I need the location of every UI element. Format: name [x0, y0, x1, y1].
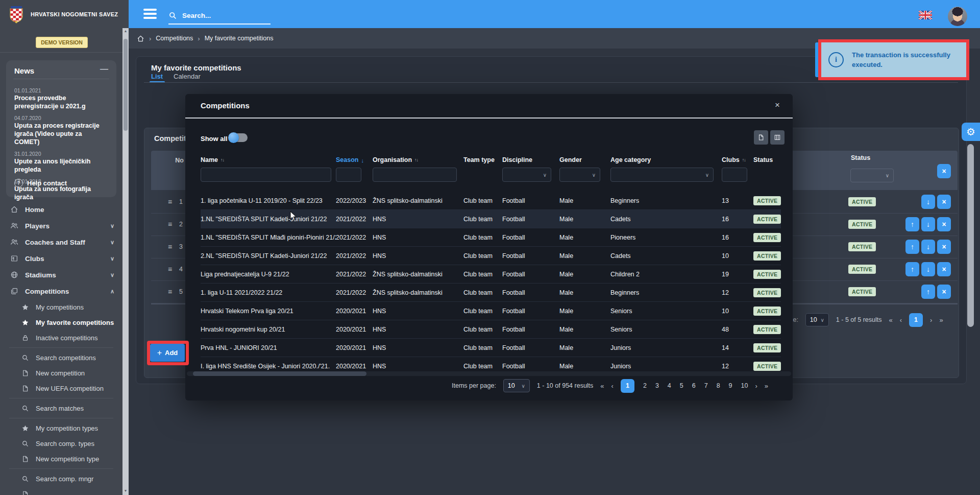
- sidebar-item-new-competition[interactable]: New competition: [0, 365, 122, 381]
- export-file-button[interactable]: [754, 130, 768, 145]
- move-up-button[interactable]: ↑: [905, 217, 919, 231]
- breadcrumb-item-competitions[interactable]: Competitions: [156, 35, 193, 42]
- competition-row[interactable]: Liga prednatjecatelja U-9 21/222021/2022…: [201, 265, 781, 284]
- settings-gear-icon[interactable]: ⚙: [962, 123, 980, 141]
- news-link[interactable]: Uputa za proces registracije igrača (Vid…: [14, 122, 108, 146]
- next-page-button[interactable]: ›: [930, 316, 932, 324]
- competition-row[interactable]: Prva HNL - JUNIORI 20/212020/2021HNSClub…: [201, 339, 781, 357]
- scrollbar-down-arrow-icon[interactable]: ▼: [123, 489, 128, 492]
- sidebar-item-clubs[interactable]: Clubs∨: [0, 250, 122, 267]
- news-link[interactable]: Uputa za unos fotografija igrača: [14, 185, 108, 201]
- tab-calendar[interactable]: Calendar: [174, 73, 201, 80]
- page-number[interactable]: 2: [643, 382, 647, 389]
- filter-input-organisation[interactable]: [373, 168, 457, 182]
- move-down-button[interactable]: ↓: [921, 240, 935, 254]
- move-up-button[interactable]: ↑: [905, 240, 919, 254]
- column-header-clubs[interactable]: Clubs↑↓: [722, 156, 753, 163]
- user-avatar[interactable]: [948, 7, 967, 26]
- drag-handle-icon[interactable]: ≡: [168, 288, 172, 296]
- remove-button[interactable]: ×: [937, 240, 951, 254]
- sidebar-item-competitions[interactable]: Competitions∧: [0, 283, 122, 299]
- drag-handle-icon[interactable]: ≡: [168, 243, 172, 251]
- filter-select-discipline[interactable]: ∨: [502, 168, 551, 182]
- collapse-news-icon[interactable]: —: [100, 64, 108, 74]
- column-header-name[interactable]: Name↑↓: [201, 156, 336, 163]
- filter-input-season[interactable]: [336, 168, 361, 182]
- sidebar-item-item[interactable]: [0, 486, 122, 495]
- sidebar-item-my-competition-types[interactable]: My competition types: [0, 420, 122, 436]
- column-settings-button[interactable]: [770, 130, 785, 145]
- drag-handle-icon[interactable]: ≡: [168, 198, 172, 206]
- column-header-season[interactable]: Season↓: [336, 156, 373, 163]
- page-number[interactable]: 4: [668, 382, 671, 389]
- move-down-button[interactable]: ↓: [921, 217, 935, 231]
- competition-row[interactable]: 1.NL "SREDIŠTA SPLIT Mlađi pioniri-Pioni…: [201, 228, 781, 247]
- first-page-button[interactable]: «: [889, 316, 892, 324]
- filter-input-clubs[interactable]: [722, 168, 747, 182]
- last-page-button[interactable]: »: [765, 382, 768, 390]
- show-all-toggle[interactable]: [229, 133, 248, 142]
- competition-row[interactable]: Hrvatski nogometni kup 20/212020/2021HNS…: [201, 320, 781, 339]
- horizontal-scrollbar-thumb[interactable]: [193, 371, 366, 376]
- page-size-select[interactable]: 10∨: [805, 313, 829, 326]
- competition-row[interactable]: Hrvatski Telekom Prva liga 20/212020/202…: [201, 302, 781, 320]
- sidebar-item-search-matches[interactable]: Search matches: [0, 400, 122, 416]
- page-number[interactable]: 6: [692, 382, 696, 389]
- clear-filter-button[interactable]: ×: [937, 164, 951, 178]
- home-icon[interactable]: [137, 35, 144, 42]
- remove-button[interactable]: ×: [937, 285, 951, 299]
- tab-list[interactable]: List: [151, 73, 163, 80]
- sidebar-item-my-competitions[interactable]: My competitions: [0, 299, 122, 315]
- page-number[interactable]: 10: [741, 382, 748, 389]
- sidebar-item-new-uefa-competition[interactable]: New UEFA competition: [0, 381, 122, 396]
- global-search-input[interactable]: Search...: [168, 7, 271, 25]
- news-link[interactable]: Upute za unos liječničkih pregleda: [14, 158, 108, 174]
- move-down-button[interactable]: ↓: [921, 195, 935, 209]
- last-page-button[interactable]: »: [939, 316, 943, 324]
- remove-button[interactable]: ×: [937, 195, 951, 209]
- hamburger-menu-icon[interactable]: [143, 9, 157, 20]
- close-icon[interactable]: ×: [775, 100, 780, 110]
- page-size-select[interactable]: 10∨: [503, 379, 530, 392]
- prev-page-button[interactable]: ‹: [900, 316, 902, 324]
- competition-row[interactable]: 1. liga početnika U-11 2019/20 - Split 2…: [201, 192, 781, 210]
- competition-row[interactable]: 1. liga U-11 2021/2022 21/222021/2022ŽNS…: [201, 284, 781, 302]
- status-filter-select[interactable]: ∨: [850, 169, 894, 182]
- remove-button[interactable]: ×: [937, 217, 951, 231]
- competition-row[interactable]: 1.NL "SREDIŠTA SPLIT Kadeti-Juniori 21/2…: [201, 210, 781, 228]
- sidebar-item-new-competition-type[interactable]: New competition type: [0, 451, 122, 466]
- drag-handle-icon[interactable]: ≡: [168, 265, 172, 273]
- scrollbar-up-arrow-icon[interactable]: ▲: [123, 29, 128, 33]
- news-link[interactable]: Proces provedbe preregistracije u 2021.g: [14, 95, 108, 110]
- page-number[interactable]: 5: [680, 382, 683, 389]
- sidebar-item-players[interactable]: Players∨: [0, 218, 122, 234]
- sidebar-item-search-competitions[interactable]: Search competitions: [0, 350, 122, 365]
- filter-select-age-category[interactable]: ∨: [610, 168, 714, 182]
- add-button[interactable]: + Add: [150, 344, 185, 362]
- page-number[interactable]: 7: [704, 382, 708, 389]
- column-header-organisation[interactable]: Organisation↑↓: [373, 156, 463, 163]
- sidebar-item-coaches-and-staff[interactable]: Coaches and Staff∨: [0, 234, 122, 250]
- sidebar-item-home[interactable]: Home: [0, 201, 122, 218]
- first-page-button[interactable]: «: [600, 382, 604, 390]
- prev-page-button[interactable]: ‹: [611, 382, 614, 390]
- filter-select-gender[interactable]: ∨: [559, 168, 600, 182]
- page-number[interactable]: 9: [729, 382, 732, 389]
- sidebar-item-inactive-competitions[interactable]: Inactive competitions: [0, 330, 122, 345]
- page-scrollbar[interactable]: [967, 144, 974, 327]
- sidebar-item-search-comp-types[interactable]: Search comp. types: [0, 436, 122, 451]
- uk-flag-language-icon[interactable]: [919, 11, 932, 19]
- sidebar-item-search-comp-mngr[interactable]: Search comp. mngr: [0, 471, 122, 486]
- page-number[interactable]: 3: [655, 382, 659, 389]
- sidebar-scrollbar-thumb[interactable]: [124, 39, 128, 131]
- page-number-active[interactable]: 1: [909, 313, 923, 327]
- sidebar-item-stadiums[interactable]: Stadiums∨: [0, 267, 122, 283]
- help-contact-link[interactable]: ? Help contact: [14, 179, 67, 187]
- move-up-button[interactable]: ↑: [905, 262, 919, 276]
- page-number[interactable]: 8: [717, 382, 720, 389]
- competition-row[interactable]: 2.NL "SREDIŠTA SPLIT Kadeti-Juniori 21/2…: [201, 247, 781, 265]
- move-up-button[interactable]: ↑: [921, 285, 935, 299]
- page-number-active[interactable]: 1: [621, 379, 634, 393]
- sidebar-item-my-favorite-competitions[interactable]: My favorite competitions: [0, 315, 122, 330]
- filter-input-name[interactable]: [201, 168, 331, 182]
